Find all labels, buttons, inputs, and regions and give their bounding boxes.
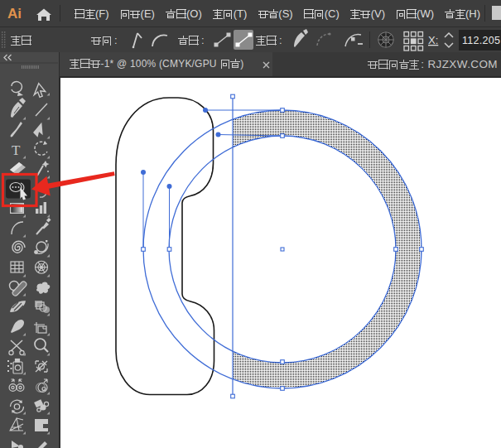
svg-text:X:: X: xyxy=(428,34,438,46)
svg-text:112.205: 112.205 xyxy=(462,35,500,46)
